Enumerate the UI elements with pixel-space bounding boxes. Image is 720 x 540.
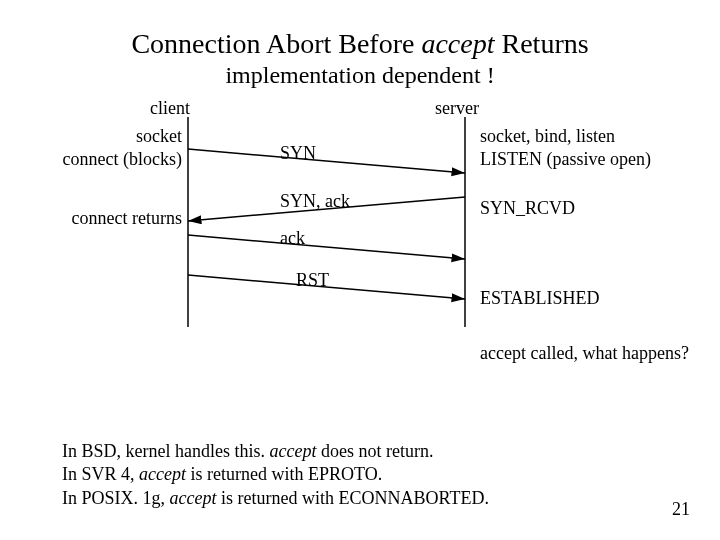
server-state-established: ESTABLISHED <box>480 287 600 310</box>
page-title: Connection Abort Before accept Returns <box>0 0 720 60</box>
svg-line-4 <box>188 235 465 259</box>
msg-ack: ack <box>280 227 305 250</box>
title-post: Returns <box>495 28 589 59</box>
svg-line-2 <box>188 149 465 173</box>
note-svr4: In SVR 4, accept is returned with EPROTO… <box>62 463 489 486</box>
title-italic: accept <box>421 28 494 59</box>
page-number: 21 <box>672 499 690 520</box>
client-step-return: connect returns <box>72 207 182 230</box>
sequence-diagram: client server socket connect (blocks) co… <box>0 97 720 377</box>
server-step-listen: socket, bind, listen LISTEN (passive ope… <box>480 125 651 170</box>
server-question: accept called, what happens? <box>480 342 689 365</box>
client-step-connect: socket connect (blocks) <box>63 125 182 170</box>
server-state-synrcvd: SYN_RCVD <box>480 197 575 220</box>
client-header: client <box>150 97 190 120</box>
msg-synack: SYN, ack <box>280 190 350 213</box>
msg-rst: RST <box>296 269 329 292</box>
footer-notes: In BSD, kernel handles this. accept does… <box>62 440 489 510</box>
note-posix: In POSIX. 1g, accept is returned with EC… <box>62 487 489 510</box>
server-header: server <box>435 97 479 120</box>
msg-syn: SYN <box>280 142 316 165</box>
note-bsd: In BSD, kernel handles this. accept does… <box>62 440 489 463</box>
title-pre: Connection Abort Before <box>131 28 421 59</box>
subtitle: implementation dependent ! <box>0 62 720 89</box>
